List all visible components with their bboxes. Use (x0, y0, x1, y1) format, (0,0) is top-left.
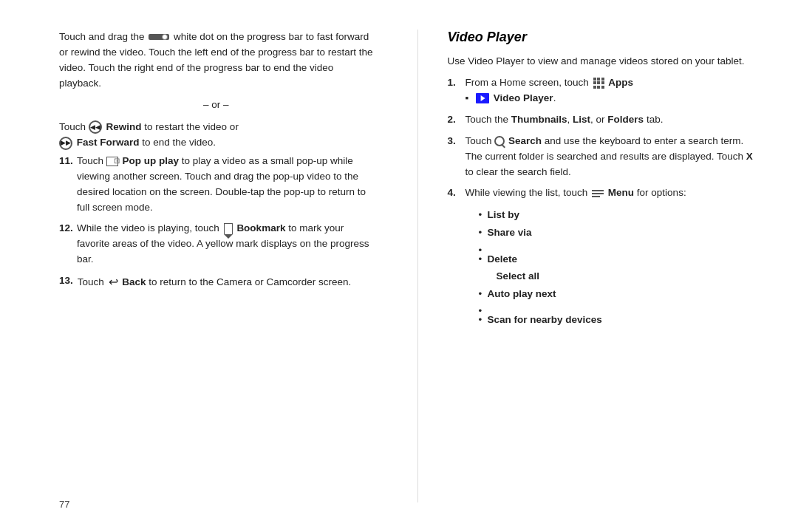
bookmark-label: Bookmark (236, 222, 285, 233)
list-item: 4. While viewing the list, touch Menu fo… (448, 185, 762, 201)
menu-icon (592, 190, 604, 197)
rewind-icon: ◀◀ (89, 120, 102, 134)
list-item: 2. Touch the Thumbnails, List, or Folder… (448, 112, 762, 128)
item-num: 13. (59, 273, 73, 292)
list-item: Share via (479, 225, 762, 241)
search-icon (494, 136, 505, 146)
item-content: Touch the Thumbnails, List, or Folders t… (466, 112, 664, 128)
video-player-label: Video Player (494, 92, 553, 103)
item-content: Touch Search and use the keyboard to ent… (466, 134, 762, 180)
item-content: Touch ↩ Back to return to the Camera or … (78, 273, 351, 292)
or-divider: – or – (59, 98, 373, 113)
item-content: While viewing the list, touch Menu for o… (466, 185, 686, 201)
item-num: 3. (448, 134, 461, 180)
item-num: 12. (59, 221, 72, 267)
rewind-label: Rewind (106, 121, 142, 132)
item-content: While the video is playing, touch Bookma… (77, 221, 373, 267)
list-item (479, 303, 762, 310)
list-item: 1. From a Home screen, touch Apps ▪ Vide… (448, 75, 762, 106)
bookmark-icon (224, 223, 233, 234)
list-item: Auto play next (479, 286, 762, 302)
item-num: 2. (448, 112, 461, 128)
item-content: From a Home screen, touch Apps ▪ Video P… (466, 75, 634, 106)
right-numbered-list: 1. From a Home screen, touch Apps ▪ Vide… (448, 75, 762, 201)
apps-label: Apps (608, 77, 633, 88)
touch-rewind-line: Touch ◀◀ Rewind to restart the video or … (59, 119, 373, 151)
item-num: 4. (448, 185, 461, 201)
bullet-square: ▪ (466, 92, 469, 103)
left-column: Touch and drag the white dot on the prog… (59, 30, 388, 502)
item-num: 11. (59, 154, 72, 216)
popup-icon (106, 157, 118, 166)
apps-icon (593, 78, 604, 89)
left-numbered-list: 11. Touch Pop up play to play a video as… (59, 154, 373, 292)
right-column: Video Player Use Video Player to view an… (417, 30, 762, 502)
section-title: Video Player (448, 30, 762, 45)
page-number: 77 (59, 499, 69, 510)
popup-label: Pop up play (123, 155, 180, 166)
list-item: Select all (479, 268, 762, 284)
menu-options-list: List by Share via Delete Select all Auto… (471, 207, 762, 328)
list-item: 3. Touch Search and use the keyboard to … (448, 134, 762, 180)
back-label: Back (122, 276, 146, 287)
fast-forward-icon: ▶▶ (59, 137, 72, 150)
list-item: 11. Touch Pop up play to play a video as… (59, 154, 373, 216)
list-item: Scan for nearby devices (479, 312, 762, 328)
ff-label: Fast Forward (77, 137, 140, 148)
list-item: 13. Touch ↩ Back to return to the Camera… (59, 273, 373, 292)
right-intro: Use Video Player to view and manage vide… (448, 54, 762, 69)
intro-text: Touch and drag the white dot on the prog… (59, 30, 373, 92)
search-label: Search (508, 135, 542, 146)
menu-label: Menu (608, 187, 634, 198)
list-item: 12. While the video is playing, touch Bo… (59, 221, 373, 267)
item-num: 1. (448, 75, 461, 106)
video-player-icon (476, 93, 489, 103)
page: Touch and drag the white dot on the prog… (0, 0, 798, 532)
item-content: Touch Pop up play to play a video as a s… (77, 154, 373, 216)
list-item: Delete (479, 251, 762, 267)
list-item (479, 242, 762, 250)
back-icon: ↩ (109, 276, 118, 288)
progress-bar-icon (149, 34, 169, 40)
list-item: List by (479, 207, 762, 223)
